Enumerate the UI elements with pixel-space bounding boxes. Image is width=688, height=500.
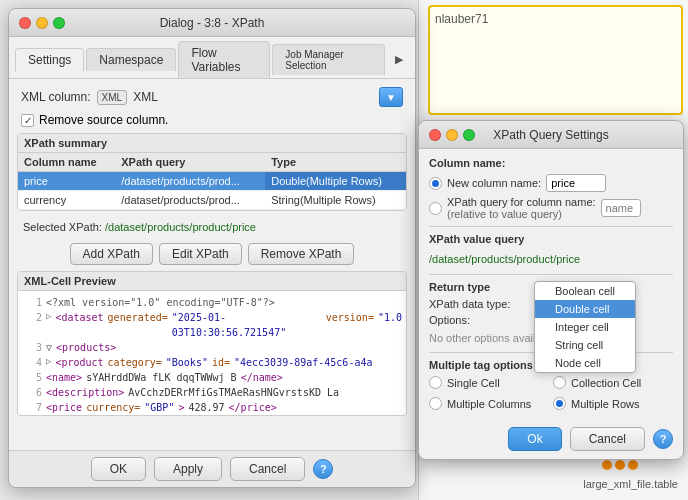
main-dialog: Dialog - 3:8 - XPath Settings Namespace … [8, 8, 416, 488]
edit-xpath-button[interactable]: Edit XPath [159, 243, 242, 265]
ok-button[interactable]: OK [91, 457, 146, 481]
xpath-query-label-block: XPath query for column name: (relative t… [447, 196, 596, 220]
xpath-summary-title: XPath summary [18, 134, 406, 153]
dropdown-item-node[interactable]: Node cell [535, 354, 635, 372]
xpath-data-type-label: XPath data type: [429, 298, 510, 310]
xml-line-5: 5 <name>sYAHrddDWa fLK dqqTWWwj B</name> [22, 370, 402, 385]
col-header-query: XPath query [115, 153, 265, 172]
row-name: currency [18, 191, 115, 210]
tab-settings[interactable]: Settings [15, 48, 84, 72]
multiple-rows-radio[interactable] [553, 397, 566, 410]
tab-overflow-arrow[interactable]: ▶ [389, 49, 409, 70]
tabs-bar: Settings Namespace Flow Variables Job Ma… [9, 37, 415, 79]
tab-flow-variables[interactable]: Flow Variables [178, 41, 270, 78]
traffic-lights [19, 17, 65, 29]
xpath-table-head: Column name XPath query Type [18, 153, 406, 172]
xml-line-7: 7 <price currency="GBP">428.97</price> [22, 400, 402, 415]
background-user-text: nlauber71 [430, 7, 681, 31]
xpath-table: Column name XPath query Type price /data… [18, 153, 406, 210]
filename-label: large_xml_file.table [583, 478, 678, 490]
orange-dot-2 [615, 460, 625, 470]
xpath-table-body: price /dataset/products/prod... Double(M… [18, 172, 406, 210]
yellow-highlight-box: nlauber71 [428, 5, 683, 115]
orange-dot-1 [602, 460, 612, 470]
col-header-name: Column name [18, 153, 115, 172]
xpath-summary-section: XPath summary Column name XPath query Ty… [17, 133, 407, 211]
settings-bottom-buttons: Ok Cancel ? [419, 419, 683, 459]
multiple-columns-radio[interactable] [429, 397, 442, 410]
multiple-columns-row: Multiple Columns [429, 397, 549, 410]
close-button[interactable] [19, 17, 31, 29]
xpath-query-radio-row: XPath query for column name: (relative t… [429, 196, 673, 220]
col-header-type: Type [265, 153, 406, 172]
row-name: price [18, 172, 115, 191]
multiple-options-grid: Single Cell Collection Cell Multiple Col… [429, 376, 673, 414]
xpath-query-radio[interactable] [429, 202, 442, 215]
xml-line-4: 4▷ <product category="Books" id="4ecc303… [22, 355, 402, 370]
orange-dots-decoration [602, 460, 638, 470]
row-type: Double(Multiple Rows) [265, 172, 406, 191]
settings-ok-button[interactable]: Ok [508, 427, 561, 451]
xpath-query-input[interactable] [601, 199, 641, 217]
xpath-summary-content: Column name XPath query Type price /data… [18, 153, 406, 210]
help-button[interactable]: ? [313, 459, 333, 479]
xml-line-3: 3▽ <products> [22, 340, 402, 355]
column-name-section-label: Column name: [429, 157, 673, 169]
collection-cell-radio[interactable] [553, 376, 566, 389]
multiple-rows-row: Multiple Rows [553, 397, 673, 410]
settings-minimize-button[interactable] [446, 129, 458, 141]
dialog-title: Dialog - 3:8 - XPath [160, 16, 265, 30]
settings-maximize-button[interactable] [463, 129, 475, 141]
multiple-rows-label: Multiple Rows [571, 398, 639, 410]
dialog-body: XML column: XML XML ▼ ✓ Remove source co… [9, 79, 415, 430]
main-dialog-title-bar: Dialog - 3:8 - XPath [9, 9, 415, 37]
new-column-radio[interactable] [429, 177, 442, 190]
settings-cancel-button[interactable]: Cancel [570, 427, 645, 451]
row-type: String(Multiple Rows) [265, 191, 406, 210]
row-query: /dataset/products/prod... [115, 172, 265, 191]
single-cell-radio[interactable] [429, 376, 442, 389]
single-cell-row: Single Cell [429, 376, 549, 389]
dropdown-item-boolean[interactable]: Boolean cell [535, 282, 635, 300]
xml-preview-content[interactable]: 1<?xml version="1.0" encoding="UTF-8"?> … [18, 291, 406, 416]
dropdown-item-string[interactable]: String cell [535, 336, 635, 354]
divider-2 [429, 274, 673, 275]
table-row[interactable]: currency /dataset/products/prod... Strin… [18, 191, 406, 210]
selected-xpath-row: Selected XPath: /dataset/products/produc… [17, 217, 407, 237]
dropdown-item-double[interactable]: Double cell [535, 300, 635, 318]
return-type-area: Return type XPath data type: Options: No… [429, 281, 673, 346]
xml-preview-title: XML-Cell Preview [18, 272, 406, 291]
xml-column-dropdown[interactable]: ▼ [379, 87, 403, 107]
xml-line-1: 1<?xml version="1.0" encoding="UTF-8"?> [22, 295, 402, 310]
settings-help-button[interactable]: ? [653, 429, 673, 449]
new-column-label: New column name: [447, 177, 541, 189]
multiple-columns-label: Multiple Columns [447, 398, 531, 410]
xpath-query-label: XPath query for column name: [447, 196, 596, 208]
xml-line-8: 8▷ <specifications> [22, 415, 402, 416]
selected-xpath-value: /dataset/products/product/price [105, 221, 256, 233]
new-column-radio-row: New column name: [429, 174, 673, 192]
dropdown-item-integer[interactable]: Integer cell [535, 318, 635, 336]
selected-xpath-label: Selected XPath: [23, 221, 102, 233]
settings-dialog: XPath Query Settings Column name: New co… [418, 120, 684, 460]
cancel-button[interactable]: Cancel [230, 457, 305, 481]
divider-1 [429, 226, 673, 227]
settings-traffic-lights [429, 129, 475, 141]
remove-source-checkbox[interactable]: ✓ [21, 114, 34, 127]
tab-namespace[interactable]: Namespace [86, 48, 176, 71]
xml-line-2: 2▷<dataset generated="2025-01-03T10:30:5… [22, 310, 402, 340]
tab-job-manager[interactable]: Job Manager Selection [272, 44, 385, 75]
maximize-button[interactable] [53, 17, 65, 29]
action-buttons-row: Add XPath Edit XPath Remove XPath [17, 237, 407, 271]
apply-button[interactable]: Apply [154, 457, 222, 481]
new-column-input[interactable] [546, 174, 606, 192]
xpath-table-header-row: Column name XPath query Type [18, 153, 406, 172]
add-xpath-button[interactable]: Add XPath [70, 243, 153, 265]
remove-source-label: Remove source column. [39, 113, 168, 127]
table-row[interactable]: price /dataset/products/prod... Double(M… [18, 172, 406, 191]
settings-close-button[interactable] [429, 129, 441, 141]
minimize-button[interactable] [36, 17, 48, 29]
remove-xpath-button[interactable]: Remove XPath [248, 243, 355, 265]
xpath-value-value: /dataset/products/product/price [429, 250, 673, 268]
xml-column-row: XML column: XML XML ▼ [17, 87, 407, 107]
